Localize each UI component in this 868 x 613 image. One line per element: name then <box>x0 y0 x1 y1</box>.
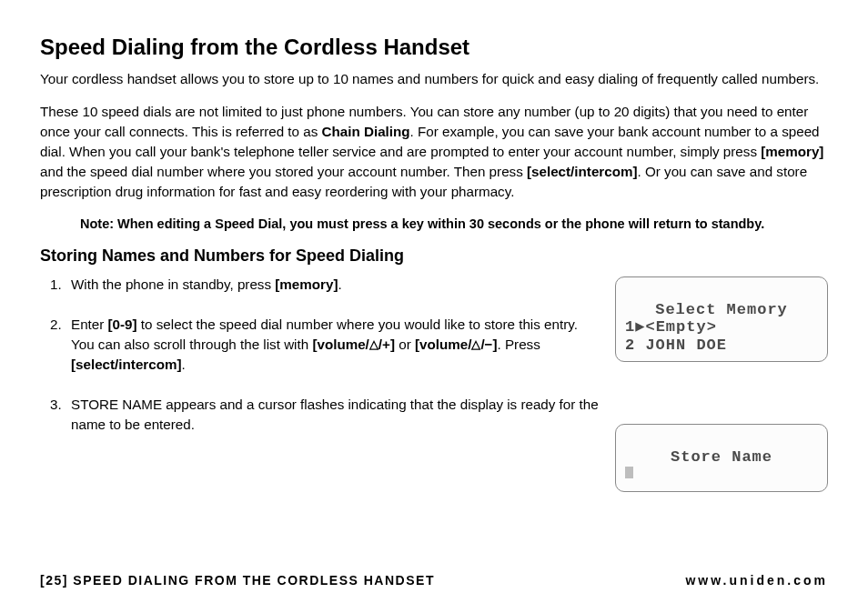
footer-section: SPEED DIALING FROM THE CORDLESS HANDSET <box>73 573 435 588</box>
lcd-select-memory: Select Memory1▶<Empty>2 JOHN DOE <box>615 276 828 362</box>
cursor-icon <box>625 467 633 478</box>
step-2: Enter [0-9] to select the speed dial num… <box>66 315 601 375</box>
step-1a-text: With the phone in standby, press <box>71 276 275 292</box>
step-2e-text: . <box>182 357 186 372</box>
volume-up-key-label: [volume/△/+] <box>312 337 395 352</box>
lcd2-line1: Store Name <box>625 448 818 467</box>
intro-paragraph-2: These 10 speed dials are not limited to … <box>40 102 828 202</box>
lcd1-line3: 2 JOHN DOE <box>625 337 818 355</box>
page-title: Speed Dialing from the Cordless Handset <box>40 35 828 60</box>
lcd1-line2: 1▶<Empty> <box>625 318 818 337</box>
lcd1-line1: Select Memory <box>625 301 818 319</box>
note-block: Note: When editing a Speed Dial, you mus… <box>80 215 828 234</box>
steps-list: With the phone in standby, press [memory… <box>40 275 601 455</box>
memory-key-label-2: [memory] <box>275 276 338 292</box>
lcd2-cursor-line <box>625 466 818 484</box>
footer-left: [25] SPEED DIALING FROM THE CORDLESS HAN… <box>40 573 435 588</box>
step-1: With the phone in standby, press [memory… <box>66 275 601 295</box>
intro-2c-text: and the speed dial number where you stor… <box>40 164 527 179</box>
intro-paragraph-1: Your cordless handset allows you to stor… <box>40 69 828 89</box>
footer-url: www.uniden.com <box>685 573 828 588</box>
ring-up-icon: △ <box>369 338 378 350</box>
step-1b-text: . <box>338 276 342 292</box>
volume-down-key-label: [volume/△/−] <box>415 337 498 352</box>
ring-down-icon: △ <box>471 338 480 350</box>
page-footer: [25] SPEED DIALING FROM THE CORDLESS HAN… <box>40 573 828 588</box>
step-3: STORE NAME appears and a cursor flashes … <box>66 395 601 435</box>
subsection-title: Storing Names and Numbers for Speed Dial… <box>40 246 828 266</box>
step-2a-text: Enter <box>71 317 108 332</box>
zero-nine-key-label: [0-9] <box>108 317 137 332</box>
step-2d-text: . Press <box>498 337 540 352</box>
chain-dialing-term: Chain Dialing <box>322 124 410 139</box>
step-2c-text: or <box>395 337 415 352</box>
page-number: [25] <box>40 573 68 588</box>
select-intercom-key-label: [select/intercom] <box>527 164 638 179</box>
memory-key-label: [memory] <box>761 144 823 159</box>
lcd-store-name: Store Name <box>615 424 828 492</box>
select-intercom-key-label-2: [select/intercom] <box>71 357 182 372</box>
